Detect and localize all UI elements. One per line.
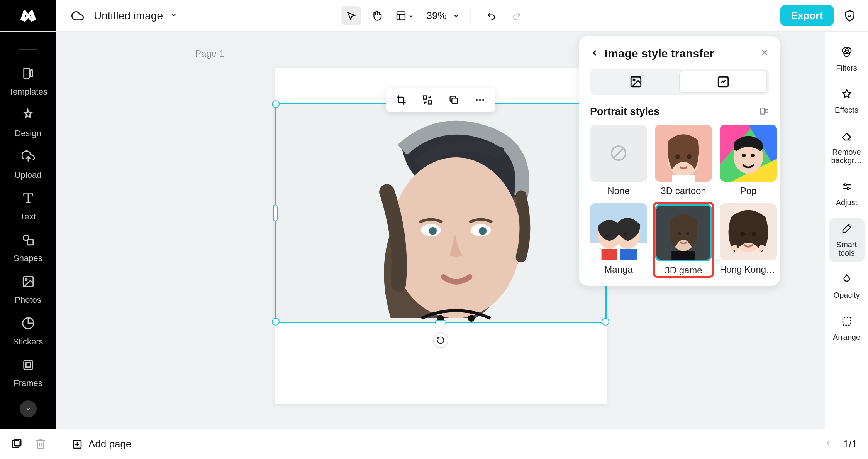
delete-page-button[interactable]	[35, 438, 46, 451]
rail-item-smart-tools[interactable]: Smart tools	[829, 218, 865, 262]
cloud-sync-button[interactable]	[69, 7, 86, 24]
top-bar: Untitled image 39% Export	[0, 0, 868, 32]
page-canvas[interactable]	[275, 68, 607, 404]
resize-handle-bl[interactable]	[272, 318, 280, 326]
zoom-level[interactable]: 39%	[426, 10, 446, 22]
svg-point-79	[844, 184, 846, 186]
undo-button[interactable]	[482, 6, 501, 25]
document-title-wrap[interactable]: Untitled image	[94, 10, 178, 22]
style-item-none[interactable]: None	[590, 125, 647, 196]
svg-point-72	[752, 232, 756, 236]
selected-image	[276, 104, 605, 322]
layout-tool[interactable]	[392, 6, 417, 25]
rotate-handle[interactable]	[433, 332, 448, 348]
sidebar-item-upload[interactable]: Upload	[15, 147, 42, 180]
panel-close-button[interactable]	[760, 47, 769, 60]
resize-handle-tl[interactable]	[272, 100, 280, 108]
app-logo-area	[0, 0, 56, 31]
svg-rect-14	[24, 361, 32, 370]
style-item-hong-kong[interactable]: Hong Kong …	[720, 203, 777, 277]
canvas-area[interactable]: Page 1	[56, 32, 825, 429]
panel-back-button[interactable]	[590, 47, 599, 60]
add-page-button[interactable]: Add page	[71, 438, 131, 450]
resize-handle-bottom[interactable]	[435, 320, 446, 324]
redo-button[interactable]	[507, 6, 527, 25]
svg-point-38	[633, 79, 634, 81]
svg-point-24	[476, 99, 478, 101]
svg-point-47	[687, 154, 692, 159]
svg-rect-41	[765, 109, 768, 113]
page-indicator: 1/1	[843, 438, 857, 450]
sidebar-item-text[interactable]: Text	[19, 189, 38, 222]
chevron-down-icon[interactable]	[453, 12, 460, 19]
right-tool-rail: Filters Effects Remove backgr… Adjust Sm…	[825, 32, 868, 429]
select-tool[interactable]	[341, 6, 361, 25]
resize-handle-left[interactable]	[273, 204, 278, 221]
rail-item-adjust[interactable]: Adjust	[829, 176, 865, 211]
style-item-3d-cartoon[interactable]: 3D cartoon	[654, 125, 713, 196]
divider	[19, 49, 37, 50]
style-item-pop[interactable]: Pop	[720, 125, 777, 196]
svg-rect-40	[760, 108, 765, 114]
styles-grid: None 3D cartoon Pop	[590, 125, 769, 277]
sidebar-item-photos[interactable]: Photos	[15, 272, 41, 305]
chevron-down-icon	[170, 11, 178, 20]
prev-page-button[interactable]	[824, 438, 832, 450]
svg-point-31	[429, 227, 437, 235]
styles-settings-icon[interactable]	[759, 106, 769, 118]
style-tab-ai[interactable]	[679, 71, 767, 93]
pages-overview-button[interactable]	[11, 438, 22, 451]
svg-rect-81	[843, 317, 851, 325]
main-area: Templates Design Upload Text Shapes Phot…	[0, 32, 868, 429]
duplicate-button[interactable]	[445, 91, 462, 108]
style-item-3d-game[interactable]: 3D game	[654, 203, 713, 277]
style-item-manga[interactable]: Manga	[590, 203, 647, 277]
svg-rect-22	[428, 101, 431, 104]
rail-item-remove-background[interactable]: Remove backgr…	[829, 126, 865, 169]
left-sidebar: Templates Design Upload Text Shapes Phot…	[0, 32, 56, 429]
style-thumb-3d-game	[655, 204, 712, 261]
style-tab-photo[interactable]	[592, 71, 679, 93]
sidebar-item-stickers[interactable]: Stickers	[13, 314, 43, 347]
rail-item-arrange[interactable]: Arrange	[829, 311, 865, 346]
more-button[interactable]	[471, 91, 488, 108]
replace-button[interactable]	[419, 91, 436, 108]
export-button[interactable]: Export	[780, 5, 834, 26]
rail-label: Effects	[835, 106, 858, 114]
panel-title: Image style transfer	[605, 47, 754, 60]
smart-tools-icon	[841, 223, 853, 237]
svg-line-43	[613, 148, 624, 159]
rail-item-opacity[interactable]: Opacity	[829, 269, 865, 304]
sidebar-label: Design	[15, 128, 41, 138]
sidebar-item-frames[interactable]: Frames	[14, 355, 42, 388]
text-icon	[19, 189, 38, 208]
resize-handle-br[interactable]	[602, 318, 609, 326]
opacity-icon	[841, 273, 853, 288]
hand-tool[interactable]	[367, 6, 386, 25]
rail-item-effects[interactable]: Effects	[829, 84, 865, 119]
sidebar-expand-button[interactable]	[20, 400, 37, 417]
document-title: Untitled image	[94, 10, 163, 22]
crop-button[interactable]	[393, 91, 410, 108]
sidebar-item-design[interactable]: Design	[15, 105, 41, 138]
rail-item-filters[interactable]: Filters	[829, 42, 865, 77]
svg-rect-7	[30, 70, 32, 77]
selection-bounds[interactable]	[275, 103, 607, 323]
sidebar-item-shapes[interactable]: Shapes	[14, 230, 42, 263]
svg-rect-6	[24, 68, 29, 78]
sidebar-label: Stickers	[13, 337, 43, 347]
style-thumb-pop	[720, 125, 777, 182]
svg-rect-15	[26, 363, 30, 367]
svg-point-54	[742, 154, 746, 157]
svg-point-13	[25, 279, 27, 280]
style-label: 3D game	[665, 265, 702, 276]
sidebar-item-templates[interactable]: Templates	[8, 64, 47, 97]
svg-point-25	[479, 99, 481, 101]
design-icon	[18, 105, 37, 125]
privacy-shield-button[interactable]	[841, 7, 858, 24]
bottom-bar: Add page 1/1	[0, 429, 868, 459]
svg-rect-21	[423, 96, 426, 99]
app-logo[interactable]	[18, 6, 38, 26]
style-label: None	[607, 186, 629, 196]
rail-label: Smart tools	[829, 240, 865, 257]
